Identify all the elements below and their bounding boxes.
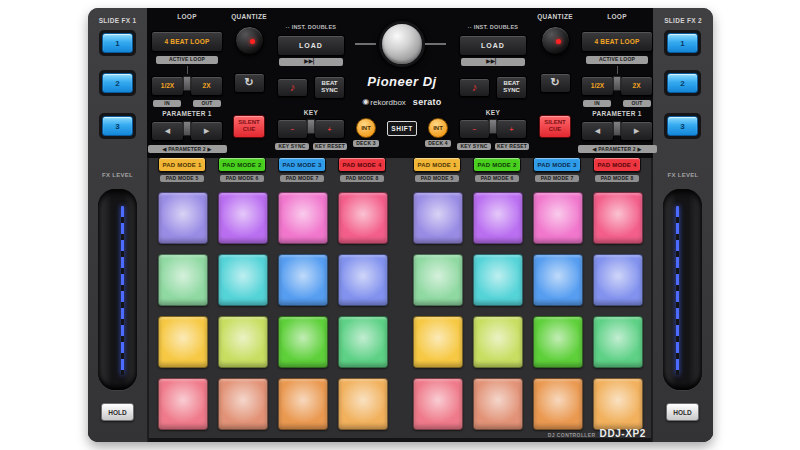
strip-led-indicator [121, 206, 124, 375]
performance-pad[interactable] [593, 254, 643, 306]
shift-button[interactable]: SHIFT [387, 121, 417, 136]
center-section: Pioneer Dj ◉ rekordbox serato INT DECK 3… [347, 12, 457, 154]
silent-cue-button[interactable]: SILENT CUE [539, 115, 571, 138]
performance-pad[interactable] [413, 378, 463, 430]
pad-mode-8-label: PAD MODE 8 [340, 175, 384, 182]
performance-pad[interactable] [533, 254, 583, 306]
parameter-left-button[interactable]: ◀ [581, 121, 614, 141]
performance-pad[interactable] [278, 378, 328, 430]
slide-fx-frame: 1 [664, 30, 701, 56]
key-note-button[interactable]: ♪ [459, 78, 490, 97]
performance-pad[interactable] [413, 316, 463, 368]
performance-pad[interactable] [473, 378, 523, 430]
pad-mode-7-label: PAD MODE 7 [280, 175, 324, 182]
fx-level-touch-strip-left[interactable] [98, 189, 137, 390]
performance-pad[interactable] [593, 378, 643, 430]
slide-fx1-button-2[interactable]: 2 [102, 73, 133, 93]
parameter-row: ◀ ▶ [151, 121, 223, 141]
performance-pad-grid-left [158, 192, 386, 430]
parameter-right-button[interactable]: ▶ [190, 121, 223, 141]
slip-button[interactable]: ↻ [540, 73, 571, 93]
pad-mode-cell: PAD MODE 2 PAD MODE 6 [218, 157, 266, 182]
parameter-right-button[interactable]: ▶ [620, 121, 653, 141]
silent-cue-button[interactable]: SILENT CUE [233, 115, 265, 138]
browse-knob[interactable] [379, 21, 425, 67]
pad-mode-4-button[interactable]: PAD MODE 4 [338, 157, 386, 172]
fx-level-touch-strip-right[interactable] [663, 189, 702, 390]
performance-pad[interactable] [158, 192, 208, 244]
int-button-deck3[interactable]: INT [356, 118, 376, 138]
performance-pad[interactable] [338, 192, 388, 244]
beat-sync-button[interactable]: BEAT SYNC [496, 76, 527, 99]
loop-half-button[interactable]: 1/2X [151, 76, 184, 96]
load-button[interactable]: LOAD [277, 35, 345, 56]
int-button-deck4[interactable]: INT [428, 118, 448, 138]
pad-mode-1-button[interactable]: PAD MODE 1 [413, 157, 461, 172]
key-plus-button[interactable]: + [496, 119, 527, 139]
pad-mode-1-button[interactable]: PAD MODE 1 [158, 157, 206, 172]
pad-mode-3-button[interactable]: PAD MODE 3 [533, 157, 581, 172]
pad-mode-3-button[interactable]: PAD MODE 3 [278, 157, 326, 172]
beat-loop-button[interactable]: 4 BEAT LOOP [151, 31, 223, 52]
performance-pad[interactable] [413, 254, 463, 306]
load-shift-label: ▶▶▏ [279, 58, 343, 66]
key-minus-button[interactable]: − [277, 119, 308, 139]
performance-pad[interactable] [218, 192, 268, 244]
key-plus-button[interactable]: + [314, 119, 345, 139]
beat-loop-button[interactable]: 4 BEAT LOOP [581, 31, 653, 52]
red-led-indicator [556, 39, 561, 44]
pad-mode-2-button[interactable]: PAD MODE 2 [473, 157, 521, 172]
divider-cap [307, 119, 316, 134]
quantize-button[interactable] [235, 26, 264, 55]
load-button[interactable]: LOAD [459, 35, 527, 56]
hold-button-left[interactable]: HOLD [101, 403, 134, 421]
tick-mark [617, 66, 618, 74]
performance-pad[interactable] [533, 192, 583, 244]
pad-mode-5-label: PAD MODE 5 [160, 175, 204, 182]
performance-pad[interactable] [218, 316, 268, 368]
performance-pad[interactable] [278, 316, 328, 368]
performance-pad[interactable] [278, 192, 328, 244]
performance-pad[interactable] [593, 316, 643, 368]
slide-fx1-button-3[interactable]: 3 [102, 116, 133, 136]
slip-button[interactable]: ↻ [234, 73, 265, 93]
loop-double-button[interactable]: 2X [620, 76, 653, 96]
performance-pad[interactable] [473, 316, 523, 368]
performance-pad[interactable] [473, 192, 523, 244]
inst-doubles-label: ·· INST. DOUBLES [468, 25, 518, 31]
performance-pad[interactable] [473, 254, 523, 306]
performance-pad[interactable] [158, 316, 208, 368]
parameter-left-button[interactable]: ◀ [151, 121, 184, 141]
performance-pad[interactable] [338, 316, 388, 368]
performance-pad[interactable] [338, 378, 388, 430]
performance-pad[interactable] [158, 378, 208, 430]
slide-fx2-button-3[interactable]: 3 [667, 116, 698, 136]
performance-pad[interactable] [533, 316, 583, 368]
performance-pad[interactable] [218, 254, 268, 306]
loop-double-button[interactable]: 2X [190, 76, 223, 96]
slide-fx1-button-1[interactable]: 1 [102, 33, 133, 53]
key-note-button[interactable]: ♪ [277, 78, 308, 97]
performance-pad[interactable] [218, 378, 268, 430]
performance-pad[interactable] [158, 254, 208, 306]
key-minus-button[interactable]: − [459, 119, 490, 139]
note-sync-row: ♪ BEAT SYNC [277, 76, 345, 99]
int-deck4-group: INT DECK 4 [425, 118, 451, 147]
pad-mode-2-button[interactable]: PAD MODE 2 [218, 157, 266, 172]
performance-pad[interactable] [533, 378, 583, 430]
loop-half-button[interactable]: 1/2X [581, 76, 614, 96]
performance-pad[interactable] [338, 254, 388, 306]
performance-pad[interactable] [413, 192, 463, 244]
pad-mode-4-button[interactable]: PAD MODE 4 [593, 157, 641, 172]
slide-fx2-button-1[interactable]: 1 [667, 33, 698, 53]
software-logos: ◉ rekordbox serato [347, 97, 457, 107]
slide-fx2-button-2[interactable]: 2 [667, 73, 698, 93]
hold-button-right[interactable]: HOLD [666, 403, 699, 421]
rekordbox-wordmark: rekordbox [370, 98, 406, 107]
quantize-button[interactable] [541, 26, 570, 55]
loop-in-label: IN [153, 100, 181, 107]
performance-pad[interactable] [278, 254, 328, 306]
deck-controls-left: LOOP 4 BEAT LOOP ACTIVE LOOP 1/2X 2X IN … [151, 12, 347, 154]
performance-pad[interactable] [593, 192, 643, 244]
beat-sync-button[interactable]: BEAT SYNC [314, 76, 345, 99]
